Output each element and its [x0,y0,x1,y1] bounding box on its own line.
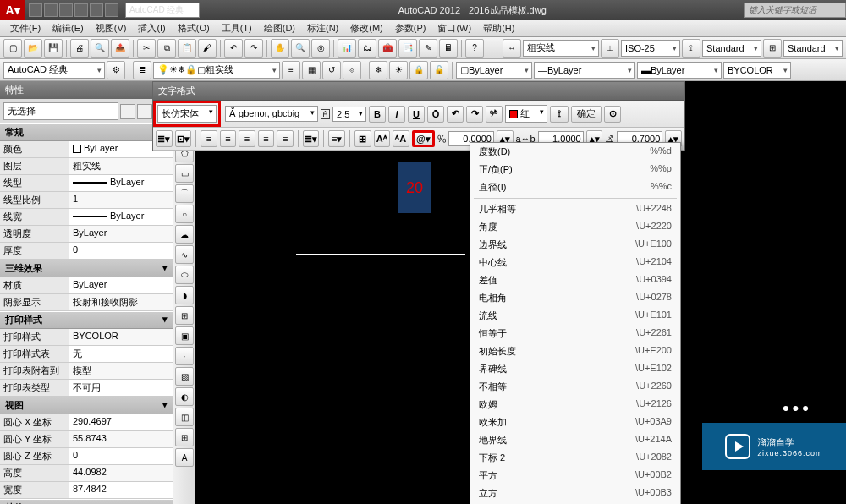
symbol-item[interactable]: 初始长度\U+E200 [470,342,680,360]
llock-icon[interactable]: 🔒 [409,61,428,79]
field-icon[interactable]: ⊞ [354,130,371,147]
undo-text-button[interactable]: ↶ [447,106,464,123]
options-icon[interactable]: ⊙ [604,106,621,123]
symbol-item[interactable]: 中心线\U+2104 [470,254,680,271]
match-icon[interactable]: 🖌 [198,39,217,58]
align-dist-icon[interactable]: ≡ [277,130,294,147]
props-icon[interactable]: 📊 [338,39,356,58]
dcenter-icon[interactable]: 🗂 [358,39,376,58]
props-group[interactable]: 打印样式▾ [0,311,173,329]
table-icon[interactable]: ⊞ [175,428,194,446]
symbol-item[interactable]: 电相角\U+0278 [470,289,680,307]
numbering-icon[interactable]: ≡▾ [328,130,345,147]
sheet-icon[interactable]: 📑 [398,39,417,58]
align-center-icon[interactable]: ≡ [220,130,237,147]
prop-row[interactable]: 线型比例1 [0,192,173,209]
workspace-combo[interactable]: AutoCAD 经典 [125,3,200,18]
publish-icon[interactable]: 📤 [111,39,129,58]
menu-帮助[interactable]: 帮助(H) [478,20,519,36]
color-combo[interactable]: ▢ ByLayer [456,62,532,79]
tool-pal-icon[interactable]: 🧰 [378,39,397,58]
arc-icon[interactable]: ⌒ [175,184,194,203]
symbol-item[interactable]: 差值\U+0394 [470,271,680,289]
region-icon[interactable]: ◫ [175,408,194,426]
lprev-icon[interactable]: ↺ [322,61,341,79]
redo-text-button[interactable]: ↷ [466,106,483,123]
qat-save-icon[interactable] [59,3,73,17]
symbol-item[interactable]: 流线\U+E101 [470,307,680,325]
prop-row[interactable]: 高度44.0982 [0,465,173,482]
bold-button[interactable]: B [369,106,386,123]
symbol-item[interactable]: 角度\U+2220 [470,218,680,236]
qat-open-icon[interactable] [44,3,58,17]
stack-button[interactable]: ᵃ⁄ᵇ [486,106,503,123]
linespace-icon[interactable]: ≣▾ [303,130,320,147]
lstate-icon[interactable]: ≡ [282,61,300,79]
workspace-combo-2[interactable]: AutoCAD 经典 [3,62,105,79]
text-preview[interactable]: 20 [398,162,431,213]
pan-icon[interactable]: ✋ [271,39,289,58]
text-style-combo[interactable]: 长仿宋体 [157,105,217,123]
help-icon[interactable]: ? [465,39,484,58]
gradient-icon[interactable]: ◐ [175,387,194,406]
textstyle-combo[interactable]: Standard [702,40,761,57]
menu-文件[interactable]: 文件(F) [5,20,46,36]
ruler-icon[interactable]: ⟟ [550,106,569,123]
overline-button[interactable]: Ō [427,106,444,123]
rect-icon[interactable]: ▭ [175,164,194,183]
symbol-item[interactable]: 欧姆\U+2126 [470,396,680,414]
layer-combo[interactable]: 💡☀❄🔒▢ 粗实线 [153,62,280,79]
app-icon[interactable]: A▾ [0,0,25,20]
lthaw-icon[interactable]: ☀ [389,61,408,79]
layer-man-icon[interactable]: ≣ [133,61,151,79]
symbol-item[interactable]: 度数(D)%%d [470,143,680,161]
prop-row[interactable]: 打印表类型不可用 [0,380,173,397]
new-icon[interactable]: ▢ [3,39,22,58]
markup-icon[interactable]: ✎ [419,39,437,58]
lowercase-icon[interactable]: ᴬA [393,130,409,147]
underline-button[interactable]: U [408,106,425,123]
plotstyle-combo[interactable]: BYCOLOR [723,62,791,79]
symbol-button[interactable]: @▾ [412,130,435,147]
calc-icon[interactable]: 🖩 [439,39,458,58]
dimstyle-combo[interactable]: ISO-25 [621,40,680,57]
orbit-icon[interactable]: ◎ [311,39,330,58]
dim3-icon[interactable]: ⟟ [682,39,700,58]
open-icon[interactable]: 📂 [24,39,42,58]
prop-row[interactable]: 打印表附着到模型 [0,363,173,380]
symbol-item[interactable]: 几乎相等\U+2248 [470,200,680,218]
menu-编辑[interactable]: 编辑(E) [47,20,89,36]
lmatch-icon[interactable]: ⟐ [343,61,361,79]
spline-icon[interactable]: ∿ [175,245,194,264]
copy-icon[interactable]: ⧉ [157,39,176,58]
dim1-icon[interactable]: ↔ [503,39,521,58]
insert-icon[interactable]: ⊞ [175,306,194,325]
props-group[interactable]: 视图▾ [0,397,173,414]
menu-参数[interactable]: 参数(P) [390,20,431,36]
prop-row[interactable]: 透明度ByLayer [0,226,173,243]
undo-icon[interactable]: ↶ [224,39,243,58]
align-left-icon[interactable]: ≡ [201,130,217,147]
uppercase-icon[interactable]: Aᴬ [374,130,391,147]
text-height-combo[interactable]: 2.5 [332,107,366,122]
prop-row[interactable]: 阴影显示投射和接收阴影 [0,294,173,311]
lfreeze-icon[interactable]: ❄ [369,61,387,79]
zoom-icon[interactable]: 🔍 [291,39,310,58]
preview-icon[interactable]: 🔍 [91,39,109,58]
lunlock-icon[interactable]: 🔓 [430,61,448,79]
tablestyle-combo[interactable]: Standard [783,40,843,57]
menu-标注[interactable]: 标注(N) [302,20,343,36]
props-group[interactable]: 常规▾ [0,123,173,141]
qat-undo-icon[interactable] [90,3,103,17]
prop-row[interactable]: 圆心 Y 坐标55.8743 [0,431,173,448]
prop-row[interactable]: 材质ByLayer [0,277,173,294]
prop-row[interactable]: 圆心 Z 坐标0 [0,448,173,465]
dim2-icon[interactable]: ⟂ [601,39,619,58]
symbol-item[interactable]: 恒等于\U+2261 [470,325,680,342]
ellipsearc-icon[interactable]: ◗ [175,286,194,304]
save-icon[interactable]: 💾 [44,39,63,58]
symbol-item[interactable]: 边界线\U+E100 [470,236,680,254]
ellipse-icon[interactable]: ⬭ [175,266,194,284]
align-right-icon[interactable]: ≡ [239,130,255,147]
prop-row[interactable]: 颜色ByLayer [0,141,173,158]
